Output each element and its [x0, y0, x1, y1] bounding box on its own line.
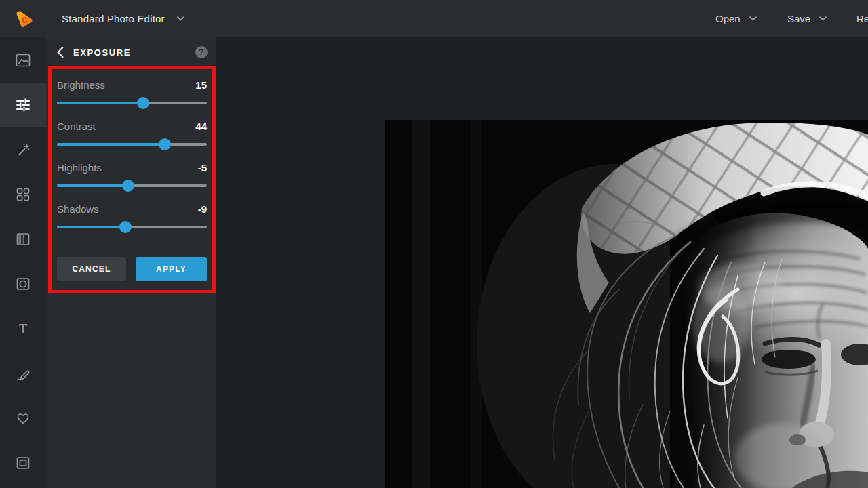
sidebar-item-favorites[interactable]: [0, 396, 46, 441]
svg-text:c: c: [20, 13, 28, 25]
apply-button[interactable]: APPLY: [136, 257, 207, 281]
image-icon: [14, 52, 32, 69]
chevron-down-icon: [749, 16, 757, 21]
cancel-button[interactable]: CANCEL: [57, 257, 126, 281]
shadows-label: Shadows: [57, 203, 99, 215]
magic-wand-icon: [14, 141, 32, 159]
frame-icon: [14, 454, 32, 472]
panel-header: EXPOSURE ?: [46, 37, 216, 67]
contrast-slider-thumb[interactable]: [159, 138, 171, 150]
logo-graphic: c: [12, 7, 35, 30]
sidebar-item-text[interactable]: T: [0, 306, 46, 351]
open-menu-button[interactable]: Open: [715, 0, 757, 37]
panel-actions: CANCEL APPLY: [57, 257, 207, 281]
exposure-panel: EXPOSURE ? Brightness 15 Contrast 44: [46, 37, 216, 488]
slider-fill: [57, 143, 165, 146]
filters-grid-icon: [14, 186, 32, 203]
sidebar-item-overlays[interactable]: [0, 217, 46, 262]
save-label: Save: [787, 13, 810, 24]
contrast-label: Contrast: [57, 121, 96, 132]
help-button[interactable]: ?: [195, 46, 208, 58]
brightness-label: Brightness: [57, 79, 105, 91]
portrait-photo-graphic: [385, 120, 868, 488]
highlights-slider-row: Highlights -5: [57, 162, 207, 200]
sidebar-item-frames[interactable]: [0, 441, 46, 485]
contrast-slider-track[interactable]: [57, 143, 207, 146]
sidebar-item-filters[interactable]: [0, 172, 46, 217]
adjust-sliders-icon: [14, 96, 33, 115]
chevron-left-icon: [57, 47, 64, 58]
photo[interactable]: [385, 120, 868, 488]
chevron-down-icon: [177, 16, 184, 21]
save-menu-button[interactable]: Save: [787, 0, 827, 37]
resize-button-clipped[interactable]: Res: [856, 0, 868, 37]
mask-icon: [14, 275, 32, 293]
shadows-value: -9: [198, 203, 207, 215]
contrast-value: 44: [195, 121, 207, 132]
brightness-value: 15: [195, 79, 207, 91]
canvas-area: [216, 37, 868, 488]
highlights-label: Highlights: [57, 162, 102, 174]
sidebar: T: [0, 37, 46, 488]
back-button[interactable]: [52, 43, 69, 62]
sidebar-item-draw[interactable]: [0, 351, 46, 396]
resize-label: Res: [856, 13, 868, 24]
sidebar-item-masks[interactable]: [0, 262, 46, 306]
slider-fill: [57, 102, 143, 104]
app-root: c Standard Photo Editor Open Save Res: [0, 0, 868, 488]
slider-fill: [57, 184, 128, 187]
editor-title-menu[interactable]: Standard Photo Editor: [62, 0, 184, 37]
sidebar-item-image[interactable]: [0, 38, 46, 83]
draw-icon: [14, 365, 32, 382]
highlights-slider-thumb[interactable]: [122, 180, 134, 192]
chevron-down-icon: [819, 16, 827, 21]
topbar: c Standard Photo Editor Open Save Res: [0, 0, 868, 37]
slider-fill: [57, 226, 125, 228]
brightness-slider-thumb[interactable]: [137, 97, 149, 109]
panel-title: EXPOSURE: [73, 47, 131, 58]
shadows-slider-thumb[interactable]: [119, 221, 132, 233]
favorites-heart-icon: [14, 409, 32, 427]
shadows-slider-track[interactable]: [57, 226, 207, 228]
contrast-slider-row: Contrast 44: [57, 121, 207, 159]
overlays-icon: [14, 230, 32, 248]
highlights-value: -5: [198, 162, 207, 174]
editor-title: Standard Photo Editor: [62, 13, 165, 24]
colorcinch-logo-icon[interactable]: c: [12, 7, 35, 30]
question-mark-icon: ?: [199, 47, 203, 57]
svg-text:T: T: [19, 321, 27, 336]
sidebar-item-adjust[interactable]: [0, 83, 46, 127]
brightness-slider-track[interactable]: [57, 102, 207, 104]
highlights-slider-track[interactable]: [57, 184, 207, 187]
text-icon: T: [14, 320, 32, 338]
open-label: Open: [715, 13, 741, 24]
shadows-slider-row: Shadows -9: [57, 203, 207, 241]
brightness-slider-row: Brightness 15: [57, 79, 207, 117]
sidebar-item-effects[interactable]: [0, 127, 46, 172]
